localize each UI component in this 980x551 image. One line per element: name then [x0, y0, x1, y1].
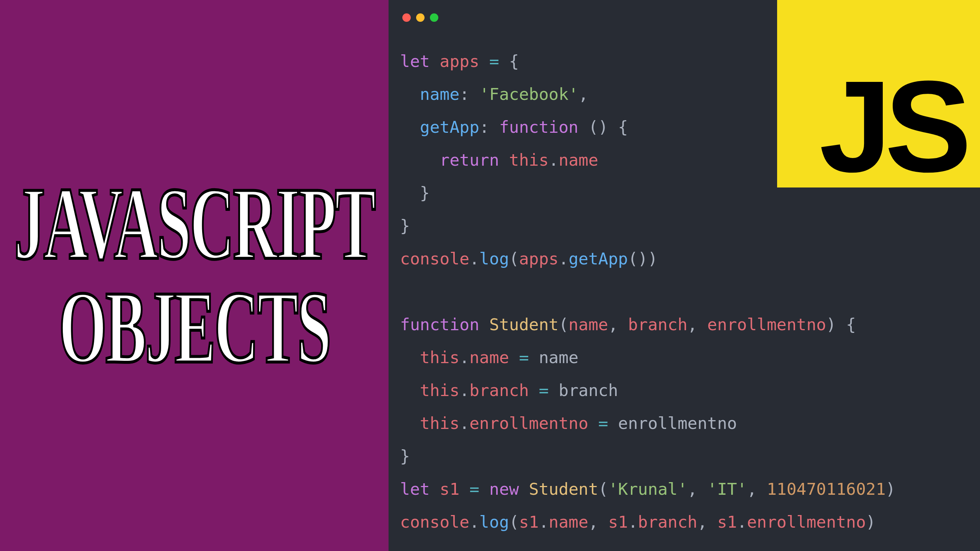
string-it: 'IT'	[707, 479, 747, 499]
keyword-this: this	[509, 150, 549, 170]
var-s1: s1	[440, 479, 460, 499]
minimize-icon[interactable]	[416, 13, 425, 22]
brace-close: }	[420, 183, 430, 202]
prop-getapp: getApp	[420, 117, 479, 137]
operator-eq: =	[479, 52, 509, 71]
method-log: log	[479, 249, 509, 268]
maximize-icon[interactable]	[430, 13, 438, 22]
title-word-2: OBJECTS	[59, 268, 330, 387]
js-logo-text: JS	[819, 71, 965, 182]
method-getapp: getApp	[568, 249, 628, 268]
string-facebook: 'Facebook'	[479, 85, 578, 104]
title-word-1: JAVASCRIPT	[14, 164, 374, 284]
keyword-return: return	[440, 150, 499, 170]
prop-name: name	[420, 85, 460, 104]
keyword-let: let	[400, 52, 430, 71]
js-logo-badge: JS	[777, 0, 980, 187]
code-panel: JS let apps = { name: 'Facebook', getApp…	[389, 0, 980, 551]
param-name: name	[568, 315, 608, 334]
close-icon[interactable]	[402, 13, 411, 22]
keyword-new: new	[489, 479, 519, 499]
brace-close-2: }	[400, 216, 410, 235]
param-branch: branch	[628, 315, 687, 334]
fn-student: Student	[489, 315, 559, 334]
keyword-function: function	[499, 117, 578, 137]
number-enroll: 110470116021	[767, 479, 886, 499]
keyword-function-2: function	[400, 315, 479, 334]
prop-name-2: name	[559, 150, 598, 170]
console: console	[400, 249, 469, 268]
string-krunal: 'Krunal'	[608, 479, 688, 499]
title-panel: JAVASCRIPT OBJECTS	[0, 0, 389, 551]
brace-open: {	[509, 52, 519, 71]
param-enrollmentno: enrollmentno	[707, 315, 826, 334]
var-apps: apps	[440, 52, 480, 71]
